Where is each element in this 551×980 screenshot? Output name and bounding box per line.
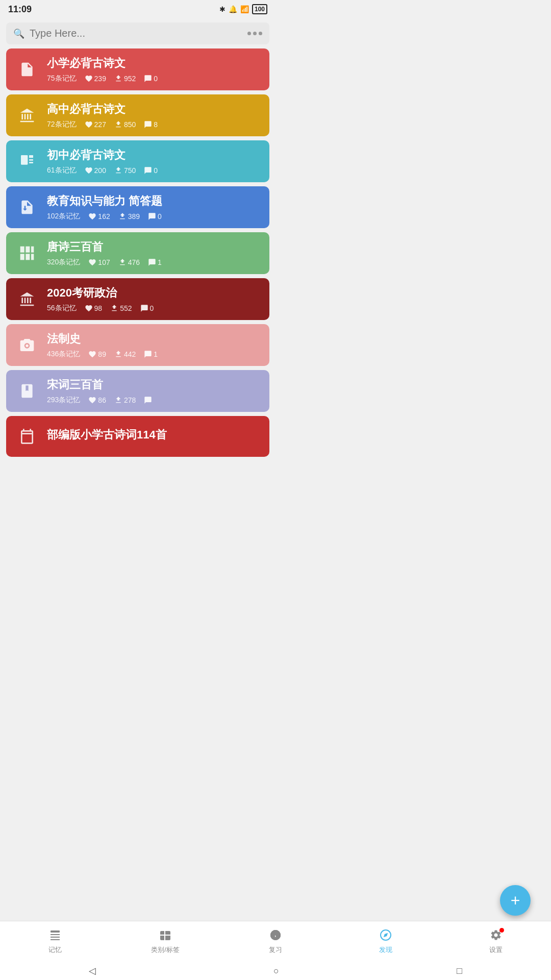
svg-rect-5 (26, 247, 30, 253)
card-downloads: 850 (114, 120, 136, 129)
card-songci[interactable]: 宋词三百首 293条记忆 86 278 (6, 370, 269, 412)
card-info: 宋词三百首 293条记忆 86 278 (47, 377, 261, 405)
dot-3 (259, 32, 262, 35)
status-bar: 11:09 ✱ 🔔 📶 100 (0, 0, 276, 18)
dot-1 (247, 32, 251, 35)
card-list: 小学必背古诗文 75条记忆 239 952 0 高中必背古诗文 72条记忆 22… (0, 48, 276, 498)
card-icon (14, 194, 40, 220)
card-likes: 200 (85, 166, 106, 175)
card-memories: 293条记忆 (47, 396, 80, 405)
card-meta: 293条记忆 86 278 (47, 396, 261, 405)
card-downloads: 952 (114, 75, 136, 83)
card-gaozhong[interactable]: 高中必背古诗文 72条记忆 227 850 8 (6, 94, 269, 136)
card-info: 高中必背古诗文 72条记忆 227 850 8 (47, 102, 261, 129)
card-info: 唐诗三百首 320条记忆 107 476 1 (47, 239, 261, 267)
card-memories: 102条记忆 (47, 212, 80, 221)
card-comments: 1 (148, 258, 162, 266)
card-info: 教育知识与能力 简答题 102条记忆 162 389 0 (47, 193, 261, 221)
card-comments: 0 (140, 304, 154, 312)
card-comments: 8 (144, 120, 158, 129)
card-downloads: 278 (114, 396, 136, 404)
search-input[interactable] (30, 28, 242, 39)
notification-icon: 🔔 (229, 5, 237, 13)
svg-rect-2 (29, 159, 33, 161)
card-downloads: 552 (110, 304, 132, 312)
card-comments: 0 (144, 166, 158, 175)
card-xiaoxue[interactable]: 小学必背古诗文 75条记忆 239 952 0 (6, 48, 269, 90)
svg-rect-8 (26, 254, 30, 260)
card-icon (14, 240, 40, 266)
card-downloads: 750 (114, 166, 136, 175)
svg-point-10 (26, 345, 28, 347)
search-bar[interactable]: 🔍 (6, 22, 269, 44)
more-options-button[interactable] (247, 32, 262, 35)
svg-rect-4 (20, 247, 24, 253)
card-memories: 56条记忆 (47, 304, 77, 313)
card-downloads: 389 (118, 212, 140, 220)
card-meta: 61条记忆 200 750 0 (47, 166, 261, 175)
bluetooth-icon: ✱ (219, 5, 226, 13)
dot-2 (253, 32, 257, 35)
svg-rect-3 (29, 162, 33, 163)
card-memories: 320条记忆 (47, 258, 80, 267)
card-info: 小学必背古诗文 75条记忆 239 952 0 (47, 56, 261, 83)
card-fazhi[interactable]: 法制史 436条记忆 89 442 1 (6, 324, 269, 366)
card-meta: 436条记忆 89 442 1 (47, 350, 261, 359)
card-info: 部编版小学古诗词114首 (47, 427, 261, 446)
card-icon (14, 332, 40, 358)
card-likes: 98 (85, 304, 103, 312)
svg-rect-7 (20, 254, 24, 260)
card-likes: 86 (88, 396, 106, 404)
card-title: 高中必背古诗文 (47, 102, 261, 117)
card-likes: 107 (88, 258, 110, 266)
card-kaoyanzz[interactable]: 2020考研政治 56条记忆 98 552 0 (6, 278, 269, 320)
card-title: 初中必背古诗文 (47, 148, 261, 163)
card-downloads: 442 (114, 350, 136, 358)
card-icon (14, 424, 40, 449)
card-comments: 1 (144, 350, 158, 358)
status-icons: ✱ 🔔 📶 100 (219, 4, 267, 14)
card-likes: 239 (85, 75, 106, 83)
card-comments (144, 396, 152, 404)
wifi-icon: 📶 (240, 5, 249, 13)
card-likes: 162 (88, 212, 110, 220)
card-memories: 72条记忆 (47, 120, 77, 129)
status-time: 11:09 (8, 4, 32, 15)
card-title: 2020考研政治 (47, 285, 261, 301)
card-meta: 56条记忆 98 552 0 (47, 304, 261, 313)
card-jiaoyu[interactable]: 教育知识与能力 简答题 102条记忆 162 389 0 (6, 186, 269, 228)
card-downloads: 476 (118, 258, 140, 266)
card-icon (14, 103, 40, 128)
svg-rect-9 (31, 254, 34, 260)
card-meta: 75条记忆 239 952 0 (47, 74, 261, 83)
card-meta: 72条记忆 227 850 8 (47, 120, 261, 129)
card-comments: 0 (144, 75, 158, 83)
card-memories: 61条记忆 (47, 166, 77, 175)
card-tangshi[interactable]: 唐诗三百首 320条记忆 107 476 1 (6, 232, 269, 274)
card-meta: 320条记忆 107 476 1 (47, 258, 261, 267)
card-memories: 75条记忆 (47, 74, 77, 83)
card-icon (14, 57, 40, 82)
svg-rect-0 (21, 155, 28, 165)
card-bubian[interactable]: 部编版小学古诗词114首 (6, 416, 269, 457)
card-comments: 0 (148, 212, 162, 220)
battery-icon: 100 (252, 4, 267, 14)
card-title: 法制史 (47, 331, 261, 347)
svg-rect-6 (31, 247, 34, 253)
card-info: 初中必背古诗文 61条记忆 200 750 0 (47, 148, 261, 175)
card-title: 小学必背古诗文 (47, 56, 261, 71)
card-memories: 436条记忆 (47, 350, 80, 359)
svg-rect-1 (29, 155, 33, 158)
card-likes: 89 (88, 350, 106, 358)
card-icon (14, 149, 40, 174)
search-icon: 🔍 (13, 28, 24, 39)
card-icon (14, 286, 40, 312)
card-title: 唐诗三百首 (47, 239, 261, 255)
card-title: 宋词三百首 (47, 377, 261, 393)
card-chuzhong[interactable]: 初中必背古诗文 61条记忆 200 750 0 (6, 140, 269, 182)
card-icon (14, 378, 40, 404)
card-title: 部编版小学古诗词114首 (47, 427, 261, 443)
card-likes: 227 (85, 120, 106, 129)
card-title: 教育知识与能力 简答题 (47, 193, 261, 209)
card-info: 法制史 436条记忆 89 442 1 (47, 331, 261, 359)
